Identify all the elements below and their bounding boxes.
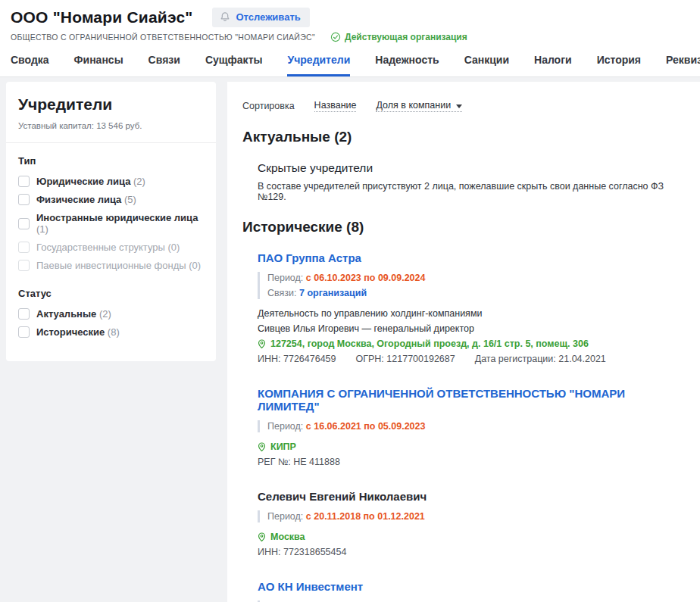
checkbox-icon[interactable] bbox=[18, 194, 30, 205]
tab[interactable]: Связи bbox=[148, 54, 180, 76]
hidden-founders-description: В составе учредителей присутствуют 2 лиц… bbox=[258, 181, 685, 202]
tab[interactable]: История bbox=[597, 54, 641, 76]
filter-count: (2) bbox=[99, 308, 111, 320]
founder-name: Селевич Евгений Николаевич bbox=[258, 490, 427, 503]
period-label: Период: bbox=[267, 511, 306, 522]
checkbox-icon[interactable] bbox=[18, 242, 30, 253]
follow-button-label: Отслеживать bbox=[236, 11, 300, 23]
status-badge-label: Действующая организация bbox=[345, 32, 467, 42]
company-full-name: ОБЩЕСТВО С ОГРАНИЧЕННОЙ ОТВЕТСТВЕННОСТЬЮ… bbox=[11, 33, 315, 42]
tab[interactable]: Сводка bbox=[11, 54, 49, 76]
bell-icon bbox=[220, 11, 230, 23]
director-line: Сивцев Илья Игоревич — генеральный дирек… bbox=[258, 323, 685, 334]
founders-panel: Сортировка Название Доля в компании Акту… bbox=[227, 82, 700, 602]
location-pin-icon bbox=[258, 532, 266, 542]
checkbox-icon[interactable] bbox=[18, 308, 30, 320]
filter-checkbox-label: Исторические (8) bbox=[36, 326, 120, 338]
period-line: Период: с 16.06.2021 по 05.09.2023 bbox=[267, 421, 685, 432]
founders-list: ПАО Группа АстраПериод: с 06.10.2023 по … bbox=[242, 251, 685, 602]
check-circle-icon bbox=[330, 32, 341, 42]
actual-section-heading: Актуальные (2) bbox=[242, 129, 685, 145]
period-label: Период: bbox=[267, 273, 306, 283]
address-line: КИПР bbox=[258, 441, 685, 452]
connections-link[interactable]: 7 организаций bbox=[299, 288, 367, 298]
period-value: с 06.10.2023 по 09.09.2024 bbox=[306, 273, 426, 283]
activity-line: Деятельность по управлению холдинг-компа… bbox=[258, 308, 685, 319]
period-line: Период: с 06.10.2023 по 09.09.2024 bbox=[267, 273, 685, 283]
period-label: Период: bbox=[267, 421, 306, 432]
location-pin-icon bbox=[258, 442, 266, 452]
founder-entry: КОМПАНИЯ С ОГРАНИЧЕННОЙ ОТВЕТСТВЕННОСТЬЮ… bbox=[258, 387, 685, 467]
filter-checkbox-label: Иностранные юридические лица (1) bbox=[36, 212, 204, 235]
filters-sidebar: Учредители Уставный капитал: 13 546 руб.… bbox=[6, 82, 216, 361]
meta-item: ОГРН: 1217700192687 bbox=[356, 354, 455, 364]
tab[interactable]: Финансы bbox=[74, 54, 123, 76]
filter-count: (1) bbox=[36, 223, 48, 235]
tab[interactable]: Сущфакты bbox=[205, 54, 263, 76]
period-value: с 20.11.2018 по 01.12.2021 bbox=[306, 511, 425, 522]
hidden-founders-block: Скрытые учредители В составе учредителей… bbox=[242, 161, 685, 202]
filter-checkbox-row[interactable]: Юридические лица (2) bbox=[18, 176, 204, 187]
filter-checkbox-row[interactable]: Физические лица (5) bbox=[18, 194, 204, 205]
founder-entry: Селевич Евгений НиколаевичПериод: с 20.1… bbox=[258, 490, 685, 557]
content-area: Учредители Уставный капитал: 13 546 руб.… bbox=[0, 77, 700, 602]
address-line: 127254, город Москва, Огородный проезд, … bbox=[258, 338, 685, 349]
checkbox-icon[interactable] bbox=[18, 260, 30, 271]
founder-details: КИПРРЕГ №: НЕ 411888 bbox=[258, 441, 685, 467]
founder-details: МоскваИНН: 772318655454 bbox=[258, 532, 685, 557]
tab-bar: СводкаФинансыСвязиСущфактыУчредителиНаде… bbox=[0, 54, 700, 77]
filter-checkbox-label: Актуальные (2) bbox=[36, 308, 111, 320]
hidden-founders-title: Скрытые учредители bbox=[258, 161, 685, 175]
tab[interactable]: Налоги bbox=[534, 54, 572, 76]
filter-checkbox-row[interactable]: Иностранные юридические лица (1) bbox=[18, 212, 204, 235]
historical-section-heading: Исторические (8) bbox=[242, 219, 685, 235]
follow-button[interactable]: Отслеживать bbox=[212, 8, 309, 27]
tab[interactable]: Надежность bbox=[375, 54, 439, 76]
filter-count: (0) bbox=[189, 260, 201, 271]
founder-name-link[interactable]: ПАО Группа Астра bbox=[258, 251, 361, 264]
founder-name-link[interactable]: АО КН Инвестмент bbox=[258, 580, 363, 593]
company-header: ООО "Номари Сиайэс" Отслеживать ОБЩЕСТВО… bbox=[0, 0, 700, 77]
period-line: Период: с 20.11.2018 по 01.12.2021 bbox=[267, 511, 685, 522]
tab[interactable]: Санкции bbox=[464, 54, 509, 76]
chevron-down-icon bbox=[456, 104, 462, 108]
filter-count: (8) bbox=[108, 326, 120, 338]
filter-checkbox-label: Паевые инвестиционные фонды (0) bbox=[36, 260, 201, 271]
filter-checkbox-row[interactable]: Паевые инвестиционные фонды (0) bbox=[18, 260, 204, 271]
checkbox-icon[interactable] bbox=[18, 326, 30, 338]
registration-meta-row: РЕГ №: НЕ 411888 bbox=[258, 457, 685, 467]
connections-label: Связи: bbox=[267, 288, 299, 298]
meta-item: Дата регистрации: 21.04.2021 bbox=[475, 354, 606, 364]
founder-entry: ПАО Группа АстраПериод: с 06.10.2023 по … bbox=[258, 251, 685, 364]
tab[interactable]: Реквизиты bbox=[666, 54, 700, 76]
connections-line: Связи: 7 организаций bbox=[267, 288, 685, 298]
filter-checkbox-label: Физические лица (5) bbox=[36, 194, 136, 205]
period-value: с 16.06.2021 по 05.09.2023 bbox=[306, 421, 426, 432]
period-block: Период: с 06.10.2023 по 09.09.2024Связи:… bbox=[258, 272, 685, 299]
meta-item: РЕГ №: НЕ 411888 bbox=[258, 457, 340, 467]
type-filter-group: Юридические лица (2)Физические лица (5)И… bbox=[18, 176, 204, 271]
founder-details: Деятельность по управлению холдинг-компа… bbox=[258, 308, 685, 364]
registration-meta-row: ИНН: 772318655454 bbox=[258, 547, 685, 557]
filter-checkbox-row[interactable]: Государственные структуры (0) bbox=[18, 242, 204, 253]
tab[interactable]: Учредители bbox=[287, 54, 350, 76]
divider bbox=[6, 142, 216, 143]
checkbox-icon[interactable] bbox=[18, 176, 30, 187]
filter-count: (0) bbox=[168, 242, 180, 253]
meta-item: ИНН: 772318655454 bbox=[258, 547, 346, 557]
sort-option-share[interactable]: Доля в компании bbox=[376, 100, 462, 112]
filter-checkbox-label: Государственные структуры (0) bbox=[36, 242, 180, 253]
sort-row: Сортировка Название Доля в компании bbox=[242, 100, 685, 112]
status-filter-group: Актуальные (2)Исторические (8) bbox=[18, 308, 204, 338]
checkbox-icon[interactable] bbox=[18, 218, 30, 229]
filter-checkbox-row[interactable]: Исторические (8) bbox=[18, 326, 204, 338]
status-filter-label: Статус bbox=[18, 288, 204, 299]
filter-count: (2) bbox=[133, 176, 145, 187]
sort-option-name[interactable]: Название bbox=[314, 100, 357, 112]
meta-item: ИНН: 7726476459 bbox=[258, 354, 336, 364]
founder-name-link[interactable]: КОМПАНИЯ С ОГРАНИЧЕННОЙ ОТВЕТСТВЕННОСТЬЮ… bbox=[258, 387, 685, 413]
founder-entry: АО КН ИнвестментПериод: с 10.04.2025 по … bbox=[258, 580, 685, 602]
sort-label: Сортировка bbox=[242, 101, 295, 111]
address-line: Москва bbox=[258, 532, 685, 542]
filter-checkbox-row[interactable]: Актуальные (2) bbox=[18, 308, 204, 320]
